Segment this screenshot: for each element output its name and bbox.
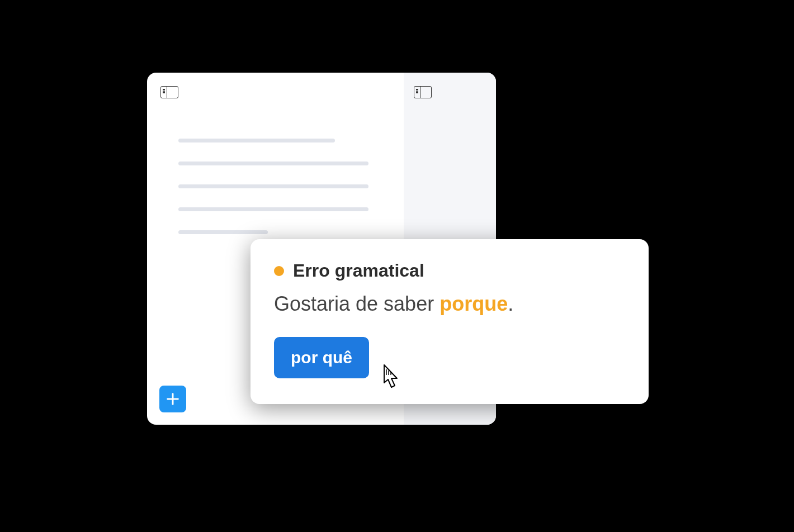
panel-right-icon[interactable] [414, 86, 432, 98]
plus-icon [165, 391, 181, 407]
suggestion-button[interactable]: por quê [274, 337, 369, 378]
add-button[interactable] [159, 386, 186, 412]
tooltip-title: Erro gramatical [293, 260, 424, 281]
sentence-prefix: Gostaria de saber [274, 292, 439, 315]
text-line [178, 230, 268, 234]
text-line [178, 139, 335, 142]
highlighted-word: porque [439, 292, 508, 315]
tooltip-header: Erro gramatical [274, 260, 625, 281]
tooltip-sentence: Gostaria de saber porque. [274, 292, 625, 316]
cursor-pointer-icon [377, 360, 405, 393]
editor-text-placeholder [160, 139, 390, 234]
panel-left-icon[interactable] [160, 86, 178, 98]
text-line [178, 162, 368, 165]
status-dot-icon [274, 266, 284, 276]
grammar-tooltip: Erro gramatical Gostaria de saber porque… [251, 239, 649, 404]
text-line [178, 184, 368, 188]
sentence-suffix: . [508, 292, 513, 315]
suggestion-label: por quê [291, 348, 352, 367]
text-line [178, 207, 368, 211]
